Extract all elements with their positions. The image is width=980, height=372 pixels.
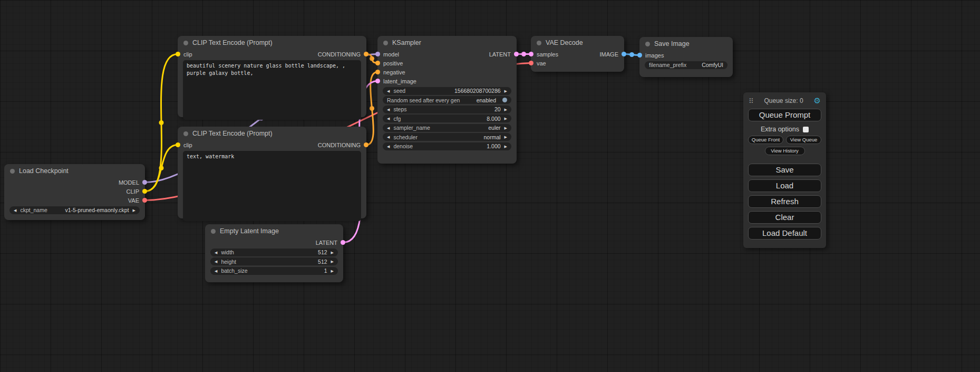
node-title-bar[interactable]: Empty Latent Image [205, 224, 343, 238]
input-slot-dot-negative[interactable] [375, 70, 380, 74]
input-slot-dot-vae[interactable] [529, 61, 533, 65]
extra-options-checkbox[interactable] [803, 127, 809, 132]
input-slot-label: positive [383, 60, 403, 66]
combo-left-arrow-icon[interactable]: ◀ [215, 260, 217, 263]
input-slot-dot-latent-image[interactable] [375, 79, 380, 83]
output-slot-dot-latent[interactable] [514, 52, 519, 56]
scheduler-combo-widget[interactable]: ◀ scheduler normal ▶ [383, 133, 511, 141]
combo-left-arrow-icon[interactable]: ◀ [387, 108, 390, 111]
height-combo-widget[interactable]: ◀ height 512 ▶ [210, 257, 338, 265]
input-slot-dot-positive[interactable] [375, 61, 380, 65]
load-default-button[interactable]: Load Default [748, 227, 821, 240]
denoise-combo-widget[interactable]: ◀ denoise 1.000 ▶ [383, 142, 511, 150]
combo-left-arrow-icon[interactable]: ◀ [387, 135, 390, 139]
output-slot-dot-model[interactable] [142, 180, 147, 185]
combo-right-arrow-icon[interactable]: ▶ [331, 251, 334, 254]
queue-prompt-button[interactable]: Queue Prompt [748, 109, 821, 121]
clear-button[interactable]: Clear [748, 211, 821, 224]
node-load-checkpoint[interactable]: Load Checkpoint MODEL CLIP VAE ◀ ckpt_na… [4, 164, 145, 220]
node-ksampler[interactable]: KSampler model LATENT positive negative … [377, 36, 517, 164]
filename-prefix-text-widget[interactable]: filename_prefix ComfyUI [645, 61, 727, 69]
output-slot-dot-latent[interactable] [341, 240, 345, 245]
steps-combo-widget[interactable]: ◀ steps 20 ▶ [383, 106, 511, 113]
combo-left-arrow-icon[interactable]: ◀ [387, 145, 390, 148]
load-button[interactable]: Load [748, 179, 821, 192]
output-slot-dot-clip[interactable] [142, 189, 147, 194]
random-seed-toggle-widget[interactable]: Random seed after every gen enabled [383, 96, 511, 104]
node-title-bar[interactable]: VAE Decode [531, 36, 624, 50]
combo-right-arrow-icon[interactable]: ▶ [504, 135, 507, 139]
cfg-combo-widget[interactable]: ◀ cfg 8.000 ▶ [383, 115, 511, 122]
queue-menu-panel: ⠿ Queue size: 0 ⚙ Queue Prompt Extra opt… [743, 92, 826, 248]
node-title-bar[interactable]: Load Checkpoint [4, 164, 145, 178]
widget-label: filename_prefix [649, 62, 686, 68]
combo-right-arrow-icon[interactable]: ▶ [504, 89, 507, 93]
prompt-textarea[interactable]: beautiful scenery nature glass bottle la… [183, 60, 361, 120]
combo-right-arrow-icon[interactable]: ▶ [331, 269, 334, 273]
combo-right-arrow-icon[interactable]: ▶ [133, 208, 135, 212]
combo-right-arrow-icon[interactable]: ▶ [504, 145, 507, 148]
queue-front-button[interactable]: Queue Front [748, 136, 783, 144]
combo-right-arrow-icon[interactable]: ▶ [331, 260, 334, 263]
refresh-button[interactable]: Refresh [748, 195, 821, 208]
link-midpoint-dot[interactable] [629, 52, 634, 57]
input-slot-dot-clip[interactable] [176, 142, 180, 147]
combo-left-arrow-icon[interactable]: ◀ [387, 89, 390, 93]
link-midpoint-dot[interactable] [159, 120, 164, 125]
combo-left-arrow-icon[interactable]: ◀ [215, 269, 217, 273]
sampler-name-combo-widget[interactable]: ◀ sampler_name euler ▶ [383, 124, 511, 132]
link-midpoint-dot[interactable] [370, 106, 374, 111]
width-combo-widget[interactable]: ◀ width 512 ▶ [210, 249, 338, 256]
node-clip-text-encode-negative[interactable]: CLIP Text Encode (Prompt) clip CONDITION… [178, 127, 366, 218]
toggle-knob-icon[interactable] [502, 98, 507, 102]
combo-right-arrow-icon[interactable]: ▶ [504, 117, 507, 120]
view-history-button[interactable]: View History [765, 147, 805, 155]
output-slot-dot-conditioning[interactable] [364, 142, 368, 147]
combo-left-arrow-icon[interactable]: ◀ [387, 126, 390, 130]
drag-handle-icon[interactable]: ⠿ [749, 97, 754, 105]
node-empty-latent-image[interactable]: Empty Latent Image LATENT ◀ width 512 ▶ … [205, 224, 343, 282]
widget-label: steps [393, 106, 406, 112]
link-midpoint-dot[interactable] [521, 52, 526, 56]
batch-size-combo-widget[interactable]: ◀ batch_size 1 ▶ [210, 267, 338, 275]
widget-label: scheduler [393, 134, 418, 140]
link-midpoint-dot[interactable] [370, 56, 374, 61]
input-slot-dot-images[interactable] [637, 53, 642, 58]
output-slot-dot-vae[interactable] [142, 198, 147, 203]
widget-value: 1.000 [487, 143, 500, 149]
node-save-image[interactable]: Save Image images filename_prefix ComfyU… [639, 37, 733, 77]
input-slot-dot-clip[interactable] [176, 52, 180, 56]
output-slot-dot-image[interactable] [622, 52, 626, 56]
widget-label: width [221, 249, 234, 255]
ckpt-name-combo-widget[interactable]: ◀ ckpt_name v1-5-pruned-emaonly.ckpt ▶ [9, 206, 140, 214]
node-title-bar[interactable]: KSampler [377, 36, 517, 50]
save-button[interactable]: Save [748, 164, 821, 176]
node-title: CLIP Text Encode (Prompt) [192, 39, 273, 46]
input-slot-label: negative [383, 69, 405, 75]
settings-gear-icon[interactable]: ⚙ [814, 96, 821, 106]
prompt-textarea[interactable]: text, watermark [183, 151, 361, 221]
input-slot-label: latent_image [383, 78, 416, 84]
widget-label: batch_size [221, 268, 247, 274]
extra-options-row: Extra options [748, 126, 821, 133]
input-slot-dot-samples[interactable] [529, 52, 533, 56]
seed-combo-widget[interactable]: ◀ seed 156680208700286 ▶ [383, 87, 511, 95]
combo-right-arrow-icon[interactable]: ▶ [504, 108, 507, 111]
widget-value: 8.000 [487, 116, 500, 122]
node-title-bar[interactable]: CLIP Text Encode (Prompt) [178, 36, 366, 50]
slot-row: images [639, 51, 733, 60]
combo-left-arrow-icon[interactable]: ◀ [387, 117, 390, 120]
link-midpoint-dot[interactable] [159, 166, 164, 170]
combo-left-arrow-icon[interactable]: ◀ [14, 208, 16, 212]
node-title-bar[interactable]: CLIP Text Encode (Prompt) [178, 127, 366, 140]
node-clip-text-encode-positive[interactable]: CLIP Text Encode (Prompt) clip CONDITION… [178, 36, 366, 117]
node-vae-decode[interactable]: VAE Decode samples IMAGE vae [531, 36, 624, 72]
queue-actions-row: Queue Front View Queue [748, 135, 821, 145]
input-slot-dot-model[interactable] [375, 52, 380, 56]
combo-left-arrow-icon[interactable]: ◀ [215, 251, 217, 254]
slot-row: MODEL [4, 178, 145, 187]
view-queue-button[interactable]: View Queue [786, 136, 821, 144]
combo-right-arrow-icon[interactable]: ▶ [504, 126, 507, 130]
node-title-bar[interactable]: Save Image [639, 37, 733, 51]
output-slot-dot-conditioning[interactable] [364, 52, 368, 56]
